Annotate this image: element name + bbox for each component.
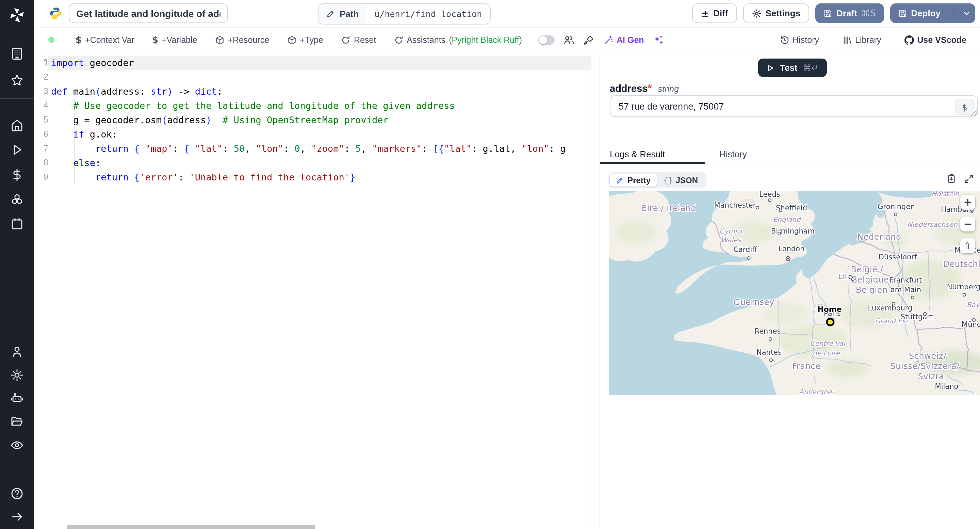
schedules-calendar-icon[interactable] [10, 217, 24, 231]
test-shortcut: ⌘↵ [803, 63, 819, 73]
map-label: Schweiz/ [909, 351, 947, 361]
reset-button[interactable]: Reset [341, 35, 376, 45]
deploy-button[interactable]: Deploy [890, 3, 975, 23]
folders-icon[interactable] [10, 414, 24, 428]
add-variable-button[interactable]: $ +Variable [152, 35, 197, 45]
draft-shortcut: ⌘S [861, 8, 876, 18]
draft-button[interactable]: Draft ⌘S [815, 3, 884, 23]
use-vscode-button[interactable]: Use VScode [904, 35, 966, 45]
runs-play-icon[interactable] [10, 143, 24, 156]
pretty-toggle[interactable]: Pretty [610, 174, 657, 186]
map-label: France [792, 362, 821, 371]
history-button[interactable]: History [780, 35, 819, 45]
code-line[interactable]: 1import geocoder [34, 56, 591, 70]
argument-label: address* string [610, 82, 679, 95]
code-line[interactable]: 9 return {'error': 'Unable to find the l… [34, 170, 591, 185]
resize-handle[interactable] [970, 110, 977, 116]
diff-button[interactable]: ± Diff [692, 3, 737, 23]
map-label: Milano [935, 382, 959, 390]
sparkles-icon[interactable] [653, 34, 664, 45]
user-icon[interactable] [10, 345, 24, 359]
deploy-dropdown-button[interactable] [958, 3, 975, 23]
code-editor[interactable]: 1import geocoder23def main(address: str)… [34, 53, 591, 529]
multiplayer-toggle[interactable] [538, 35, 555, 45]
map-label: London [778, 245, 805, 253]
path-box[interactable]: Path u/henri/find_location [318, 3, 491, 24]
map-label: Éire / Ireland [642, 203, 697, 213]
test-button[interactable]: Test ⌘↵ [758, 59, 827, 77]
map-city-dot [768, 199, 771, 202]
package-icon [287, 35, 296, 45]
help-circle-icon[interactable] [10, 487, 24, 500]
result-view-switch: Pretty {} JSON [608, 172, 706, 188]
address-input[interactable] [610, 95, 978, 117]
copy-result-icon[interactable] [946, 174, 956, 184]
map-marker[interactable] [827, 319, 834, 325]
map-label: Svizra [918, 372, 944, 381]
map-label: Lille [838, 272, 853, 281]
map-city-dot [972, 319, 975, 321]
code-line[interactable]: 3def main(address: str) -> dict: [34, 84, 591, 99]
variables-dollar-icon[interactable] [10, 168, 24, 182]
settings-gear-icon[interactable] [10, 368, 24, 382]
audit-eye-icon[interactable] [10, 438, 24, 452]
expand-result-icon[interactable] [964, 174, 974, 184]
map-recenter-button[interactable]: ⇧ [960, 238, 975, 253]
dollar-icon: $ [152, 35, 158, 45]
assistants-button[interactable]: Assistants (Pyright Black Ruff) [394, 35, 522, 45]
preview-panel: Test ⌘↵ address* string $ Logs & Result … [600, 53, 980, 529]
active-tab-underline [600, 162, 705, 164]
json-toggle[interactable]: {} JSON [657, 175, 705, 185]
code-line[interactable]: 4 # Use geocoder to get the latitude and… [34, 99, 591, 113]
chevron-down-icon [963, 10, 970, 17]
map-city-dot [756, 206, 759, 209]
map-zoom-out-button[interactable]: − [960, 217, 975, 231]
map-label: Cardiff [733, 245, 757, 253]
sidebar-divider [0, 98, 34, 99]
script-summary-input[interactable] [69, 3, 228, 23]
map-label: Düsseldorf [878, 253, 917, 261]
map-city-dot [894, 213, 897, 216]
map-label: Cymru / [719, 227, 748, 235]
python-icon [49, 7, 62, 20]
code-line[interactable]: 2 [34, 70, 591, 84]
home-icon[interactable] [10, 118, 24, 132]
map-label: Stuttgart [901, 313, 933, 321]
code-line[interactable]: 5 g = geocoder.osm(address) # Using Open… [34, 113, 591, 127]
gear-icon [752, 8, 762, 18]
result-map[interactable]: LeedsÉire / IrelandManchesterSheffieldEn… [609, 191, 980, 395]
map-city-dot [911, 296, 914, 299]
map-zoom-in-button[interactable]: + [960, 195, 975, 210]
workers-bot-icon[interactable] [10, 392, 24, 405]
map-label: Bayern [967, 301, 980, 309]
favorites-star-icon[interactable] [10, 73, 24, 87]
settings-button[interactable]: Settings [743, 3, 810, 23]
save-icon [898, 9, 907, 18]
map-label: Deutschland [943, 260, 980, 269]
language-status-dot [48, 37, 54, 43]
horizontal-scrollbar[interactable] [67, 525, 315, 529]
map-city-dot [924, 312, 926, 315]
windmill-logo-icon[interactable] [9, 7, 25, 23]
map-label: Auvergne- [799, 388, 834, 395]
tab-history[interactable]: History [719, 149, 747, 159]
add-context-var-button[interactable]: $ +Context Var [76, 35, 134, 45]
tab-logs-result[interactable]: Logs & Result [610, 149, 665, 159]
map-label: Nantes [756, 348, 782, 357]
resources-boxes-icon[interactable] [10, 193, 24, 207]
code-line[interactable]: 7 return { "map": { "lat": 50, "lon": 0,… [34, 142, 591, 156]
code-line[interactable]: 8 else: [34, 156, 591, 170]
library-ic [842, 35, 852, 45]
brush-icon[interactable] [583, 34, 594, 45]
braces-icon: {} [663, 175, 673, 185]
map-city-dot [892, 302, 895, 305]
code-line[interactable]: 6 if g.ok: [34, 127, 591, 142]
map-label: de Loire [813, 349, 840, 357]
map-label: Home [817, 305, 842, 314]
add-type-button[interactable]: +Type [287, 35, 323, 45]
ai-gen-button[interactable]: AI Gen [604, 35, 644, 45]
add-resource-button[interactable]: +Resource [215, 35, 269, 45]
workspace-building-icon[interactable] [10, 47, 24, 61]
library-button[interactable]: Library [842, 35, 881, 45]
collapse-arrow-right-icon[interactable] [10, 510, 24, 524]
